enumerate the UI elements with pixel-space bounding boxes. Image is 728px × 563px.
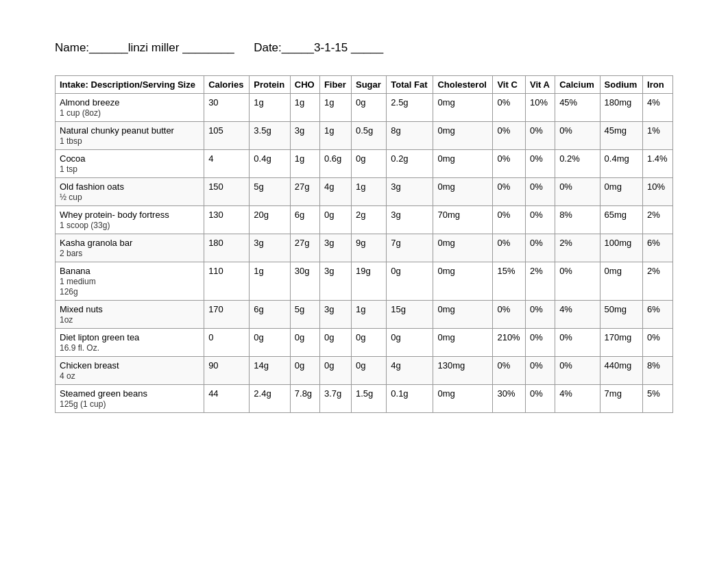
cell-description: Mixed nuts1oz <box>56 301 204 329</box>
cell-sugar: 9g <box>352 234 387 262</box>
food-serving: 16.9 fl. Oz. <box>60 343 99 353</box>
cell-fiber: 3g <box>319 234 351 262</box>
cell-vit-a: 0% <box>526 122 555 150</box>
cell-sugar: 19g <box>352 262 387 301</box>
cell-total-fat: 0g <box>387 329 433 357</box>
name-blank: ________ <box>179 41 234 54</box>
cell-vit-c: 0% <box>493 206 526 234</box>
cell-cho: 5g <box>290 301 319 329</box>
table-row: Mixed nuts1oz1706g5g3g1g15g0mg0%0%4%50mg… <box>56 301 673 329</box>
cell-total-fat: 4g <box>387 357 433 385</box>
cell-sugar: 0g <box>352 357 387 385</box>
name-value: linzi miller <box>128 41 180 54</box>
cell-sugar: 2g <box>352 206 387 234</box>
cell-cholesterol: 0mg <box>433 329 493 357</box>
nutrition-table: Intake: Description/Serving Size Calorie… <box>55 75 673 413</box>
cell-total-fat: 0.1g <box>387 385 433 413</box>
cell-total-fat: 7g <box>387 234 433 262</box>
cell-calories: 180 <box>204 234 250 262</box>
cell-iron: 0% <box>643 329 673 357</box>
cell-calories: 4 <box>204 150 250 178</box>
cell-description: Old fashion oats½ cup <box>56 178 204 206</box>
header-line: Name:______linzi miller ________ Date:__… <box>55 41 673 55</box>
food-name: Whey protein- body fortress <box>60 210 169 220</box>
table-row: Almond breeze1 cup (8oz)301g1g1g0g2.5g0m… <box>56 94 673 122</box>
col-header-sugar: Sugar <box>352 76 387 94</box>
cell-sugar: 1.5g <box>352 385 387 413</box>
cell-description: Whey protein- body fortress1 scoop (33g) <box>56 206 204 234</box>
food-serving: 1 cup (8oz) <box>60 108 101 118</box>
table-row: Steamed green beans125g (1 cup)442.4g7.8… <box>56 385 673 413</box>
food-serving: ½ cup <box>60 192 82 202</box>
food-serving: 1 tbsp <box>60 136 82 146</box>
cell-vit-c: 30% <box>493 385 526 413</box>
cell-iron: 1% <box>643 122 673 150</box>
cell-sodium: 45mg <box>600 122 642 150</box>
date-label: Date:_____ <box>254 41 314 54</box>
cell-vit-a: 0% <box>526 178 555 206</box>
cell-cho: 7.8g <box>290 385 319 413</box>
cell-fiber: 0.6g <box>319 150 351 178</box>
cell-sodium: 180mg <box>600 94 642 122</box>
cell-cholesterol: 0mg <box>433 94 493 122</box>
col-header-fiber: Fiber <box>319 76 351 94</box>
table-row: Old fashion oats½ cup1505g27g4g1g3g0mg0%… <box>56 178 673 206</box>
cell-cho: 6g <box>290 206 319 234</box>
food-name: Mixed nuts <box>60 304 103 314</box>
cell-fiber: 4g <box>319 178 351 206</box>
cell-fiber: 0g <box>319 206 351 234</box>
food-serving: 1 scoop (33g) <box>60 221 110 230</box>
cell-fiber: 0g <box>319 357 351 385</box>
cell-vit-a: 0% <box>526 329 555 357</box>
cell-vit-a: 0% <box>526 206 555 234</box>
cell-calories: 90 <box>204 357 250 385</box>
col-header-description: Intake: Description/Serving Size <box>56 76 204 94</box>
food-serving: 1 medium <box>60 277 96 286</box>
cell-protein: 3.5g <box>250 122 290 150</box>
cell-calcium: 8% <box>555 206 600 234</box>
cell-calories: 130 <box>204 206 250 234</box>
col-header-calories: Calories <box>204 76 250 94</box>
table-header-row: Intake: Description/Serving Size Calorie… <box>56 76 673 94</box>
table-row: Banana1 medium126g1101g30g3g19g0g0mg15%2… <box>56 262 673 301</box>
food-name: Almond breeze <box>60 97 119 108</box>
cell-sugar: 0g <box>352 329 387 357</box>
cell-fiber: 3g <box>319 301 351 329</box>
food-name: Chicken breast <box>60 360 119 371</box>
cell-iron: 6% <box>643 234 673 262</box>
table-row: Kasha granola bar2 bars1803g27g3g9g7g0mg… <box>56 234 673 262</box>
cell-total-fat: 3g <box>387 178 433 206</box>
cell-cholesterol: 0mg <box>433 150 493 178</box>
cell-protein: 0.4g <box>250 150 290 178</box>
cell-description: Steamed green beans125g (1 cup) <box>56 385 204 413</box>
cell-total-fat: 2.5g <box>387 94 433 122</box>
col-header-cho: CHO <box>290 76 319 94</box>
cell-protein: 20g <box>250 206 290 234</box>
cell-description: Cocoa1 tsp <box>56 150 204 178</box>
cell-cho: 30g <box>290 262 319 301</box>
cell-vit-a: 2% <box>526 262 555 301</box>
cell-cholesterol: 0mg <box>433 178 493 206</box>
food-name: Kasha granola bar <box>60 238 132 248</box>
food-name: Natural chunky peanut butter <box>60 125 174 136</box>
cell-sodium: 50mg <box>600 301 642 329</box>
cell-description: Natural chunky peanut butter1 tbsp <box>56 122 204 150</box>
cell-vit-a: 0% <box>526 357 555 385</box>
col-header-vit-a: Vit A <box>526 76 555 94</box>
cell-sugar: 0g <box>352 94 387 122</box>
cell-sugar: 1g <box>352 178 387 206</box>
cell-vit-a: 0% <box>526 150 555 178</box>
col-header-total-fat: Total Fat <box>387 76 433 94</box>
cell-cho: 27g <box>290 178 319 206</box>
cell-iron: 2% <box>643 206 673 234</box>
cell-sugar: 0.5g <box>352 122 387 150</box>
name-label: Name:______ <box>55 41 128 54</box>
cell-sodium: 440mg <box>600 357 642 385</box>
cell-sodium: 0mg <box>600 262 642 301</box>
cell-sodium: 100mg <box>600 234 642 262</box>
cell-cholesterol: 0mg <box>433 122 493 150</box>
cell-fiber: 1g <box>319 94 351 122</box>
cell-calories: 110 <box>204 262 250 301</box>
cell-iron: 2% <box>643 262 673 301</box>
cell-iron: 6% <box>643 301 673 329</box>
